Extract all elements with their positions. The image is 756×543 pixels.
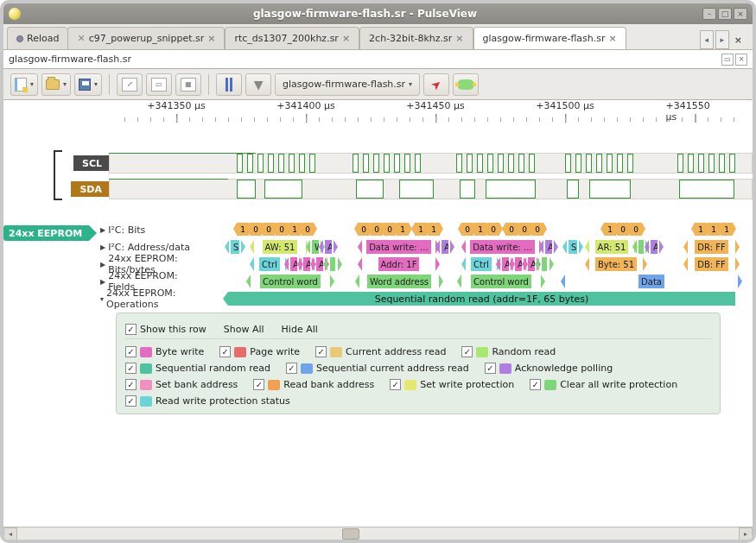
app-window: glasgow-firmware-flash.sr - PulseView – … xyxy=(0,0,756,543)
decoder-add-button[interactable] xyxy=(453,73,479,96)
bit-annotation[interactable]: 1 xyxy=(397,223,409,236)
bits-lane[interactable]: 100010000111010000100111 xyxy=(204,221,753,238)
cursors-button[interactable] xyxy=(216,73,242,96)
time-ruler[interactable]: +341350 µs+341400 µs+341450 µs+341500 µs… xyxy=(3,100,753,128)
window-title: glasgow-firmware-flash.sr - PulseView xyxy=(28,8,702,20)
annotation[interactable]: A xyxy=(440,240,450,254)
minimize-button[interactable]: – xyxy=(702,8,716,20)
toolbar: ⤢ ▭ ▦ ▼ glasgow-firmware-flash.sr ➤ xyxy=(3,69,753,100)
operation-annotation[interactable]: Sequential random read (addr=1F, 65 byte… xyxy=(228,292,735,306)
annotation-toggle[interactable]: ✓Set bank address xyxy=(125,379,238,390)
tab-rtc[interactable]: rtc_ds1307_200khz.sr × xyxy=(225,27,359,49)
annotation[interactable]: Control word xyxy=(251,275,330,288)
maximize-button[interactable]: □ xyxy=(718,8,732,20)
waveform-sda[interactable] xyxy=(109,176,753,202)
funnel-button[interactable]: ▼ xyxy=(245,73,271,96)
annotation[interactable]: Data write: … xyxy=(466,240,539,254)
close-icon[interactable]: × xyxy=(455,33,463,44)
trace-view[interactable]: +341350 µs+341400 µs+341450 µs+341500 µs… xyxy=(3,100,753,540)
separator xyxy=(109,74,110,95)
bit-annotation[interactable]: 0 xyxy=(531,223,543,236)
tab-c97[interactable]: ✕ c97_powerup_snippet.sr × xyxy=(67,27,225,49)
annotation-toggle[interactable]: ✓Random read xyxy=(461,346,556,357)
annotation-toggle[interactable]: ✓Sequential random read xyxy=(125,363,270,374)
bit-annotation[interactable]: 0 xyxy=(487,223,499,236)
annotation[interactable]: A xyxy=(649,240,659,254)
horizontal-scrollbar[interactable]: ◂ ▸ xyxy=(3,527,753,540)
waveform-scl[interactable] xyxy=(109,150,753,176)
annotation[interactable]: AR: 51 xyxy=(589,240,634,254)
tab-2ch[interactable]: 2ch-32bit-8khz.sr × xyxy=(359,27,473,49)
addr-data-lane[interactable]: SAW: 51WAData write: …AData write: …ASrA… xyxy=(204,238,753,256)
annotation-toggle[interactable]: ✓Set write protection xyxy=(390,379,514,390)
annotation[interactable]: Control word xyxy=(461,275,541,288)
annotation[interactable] xyxy=(539,257,550,271)
session-selector[interactable]: glasgow-firmware-flash.sr xyxy=(275,73,420,96)
annotation[interactable]: DB: FF xyxy=(688,257,735,271)
annotation-toggle[interactable]: ✓Current address read xyxy=(315,346,446,357)
save-button[interactable] xyxy=(74,73,102,96)
new-session-button[interactable] xyxy=(10,73,38,96)
annotation-toggle[interactable]: ✓Acknowledge polling xyxy=(485,363,613,374)
signal-label-sda[interactable]: SDA xyxy=(71,181,109,197)
close-button[interactable]: × xyxy=(734,8,747,20)
tab-scroll-left-button[interactable]: ◂ xyxy=(700,30,714,49)
annotation[interactable]: DR: FF xyxy=(688,240,735,254)
annotation[interactable]: AW: 51 xyxy=(254,240,306,254)
annotation[interactable]: Data write: … xyxy=(362,240,435,254)
show-this-row-check[interactable]: ✓Show this row xyxy=(125,324,206,335)
bit-annotation[interactable]: 0 xyxy=(630,223,642,236)
annotation[interactable]: Data xyxy=(565,275,738,288)
bits-bytes-lane[interactable]: CtrlAAAAddr: 1FCtrlAAAByte: 51DB: FF xyxy=(204,256,753,273)
hide-all-link[interactable]: Hide All xyxy=(282,324,318,335)
scroll-right-button[interactable]: ▸ xyxy=(739,527,753,540)
wrench-icon: ✕ xyxy=(77,33,85,44)
scroll-left-button[interactable]: ◂ xyxy=(3,527,17,540)
save-icon xyxy=(79,79,91,91)
annotation-toggle[interactable]: ✓Sequential current address read xyxy=(286,363,469,374)
annotation[interactable] xyxy=(327,257,338,271)
funnel-icon: ▼ xyxy=(254,78,264,92)
zoom-fit-button[interactable]: ⤢ xyxy=(117,73,143,96)
annotation[interactable]: Word address xyxy=(359,275,439,288)
titlebar[interactable]: glasgow-firmware-flash.sr - PulseView – … xyxy=(3,3,753,24)
zoom-11-button[interactable]: ▭ xyxy=(146,73,172,96)
tabs-close-all-button[interactable]: × xyxy=(731,35,746,46)
scroll-track[interactable] xyxy=(17,527,739,540)
close-icon[interactable]: × xyxy=(609,33,617,44)
bit-annotation[interactable]: 1 xyxy=(721,223,733,236)
zoom-grid-button[interactable]: ▦ xyxy=(175,73,201,96)
annotation[interactable]: Addr: 1F xyxy=(362,257,435,271)
operations-lane[interactable]: Sequential random read (addr=1F, 65 byte… xyxy=(204,290,753,307)
tab-glasgow[interactable]: glasgow-firmware-flash.sr × xyxy=(473,27,626,49)
annotation-toggle[interactable]: ✓Clear all write protection xyxy=(530,379,677,390)
annotation[interactable]: Ctrl xyxy=(254,257,285,271)
dock-close-button[interactable]: × xyxy=(735,54,747,66)
annotation[interactable]: Ctrl xyxy=(466,257,497,271)
close-icon[interactable]: × xyxy=(342,33,350,44)
tracks: SCL SDA 24xx EEPROM ▶I²C: Bits xyxy=(3,128,753,414)
subtitle-bar: glasgow-firmware-flash.sr ▭ × xyxy=(3,50,753,69)
annotation-toggle[interactable]: ✓Byte write xyxy=(125,346,204,357)
annotation[interactable]: Sr xyxy=(567,240,579,254)
fields-lane[interactable]: Control wordWord addressControl wordData xyxy=(204,273,753,290)
reload-tab[interactable]: Reload xyxy=(7,27,67,49)
annotation-toggle[interactable]: ✓Read bank address xyxy=(253,379,374,390)
annotation-toggle[interactable]: ✓Page write xyxy=(219,346,300,357)
checkbox-icon: ✓ xyxy=(461,346,473,357)
signal-label-scl[interactable]: SCL xyxy=(73,155,109,171)
close-icon[interactable]: × xyxy=(207,33,215,44)
bit-annotation[interactable]: 0 xyxy=(302,223,314,236)
tab-scroll-right-button[interactable]: ▸ xyxy=(715,30,729,49)
scroll-thumb[interactable] xyxy=(342,528,359,540)
probe-button[interactable]: ➤ xyxy=(423,73,449,96)
show-all-link[interactable]: Show All xyxy=(224,324,264,335)
annotation[interactable]: S xyxy=(229,240,241,254)
dock-restore-button[interactable]: ▭ xyxy=(721,54,734,66)
annotation[interactable]: A xyxy=(323,240,334,254)
bit-annotation[interactable]: 1 xyxy=(428,223,440,236)
open-file-button[interactable] xyxy=(41,73,71,96)
annotation[interactable]: A xyxy=(543,240,554,254)
annotation-toggle[interactable]: ✓Read write protection status xyxy=(125,395,290,407)
annotation[interactable]: Byte: 51 xyxy=(589,257,643,271)
